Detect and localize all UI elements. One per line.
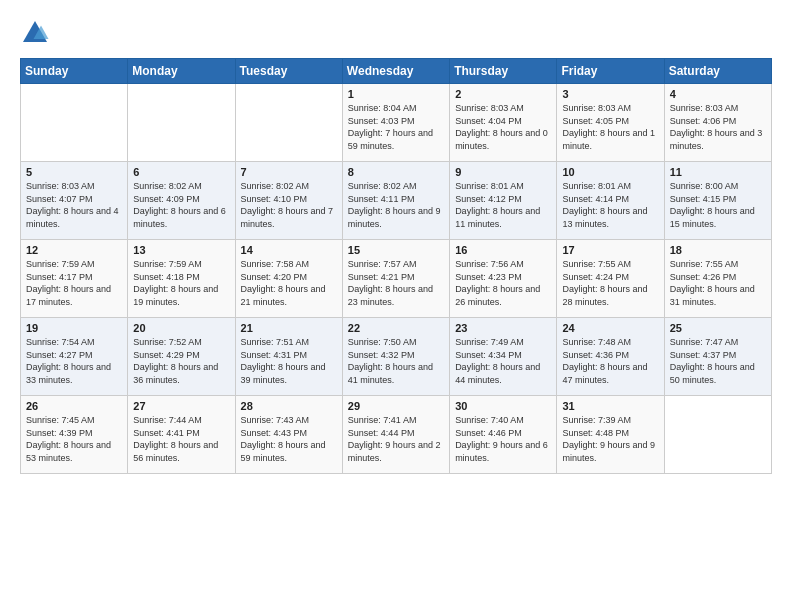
day-cell: 10Sunrise: 8:01 AMSunset: 4:14 PMDayligh…	[557, 162, 664, 240]
day-cell: 12Sunrise: 7:59 AMSunset: 4:17 PMDayligh…	[21, 240, 128, 318]
day-info: Sunrise: 7:51 AMSunset: 4:31 PMDaylight:…	[241, 336, 337, 386]
day-cell	[21, 84, 128, 162]
day-number: 12	[26, 244, 122, 256]
day-number: 1	[348, 88, 444, 100]
day-cell: 24Sunrise: 7:48 AMSunset: 4:36 PMDayligh…	[557, 318, 664, 396]
day-number: 13	[133, 244, 229, 256]
week-row-1: 1Sunrise: 8:04 AMSunset: 4:03 PMDaylight…	[21, 84, 772, 162]
column-header-tuesday: Tuesday	[235, 59, 342, 84]
day-info: Sunrise: 8:01 AMSunset: 4:12 PMDaylight:…	[455, 180, 551, 230]
column-header-friday: Friday	[557, 59, 664, 84]
week-row-4: 19Sunrise: 7:54 AMSunset: 4:27 PMDayligh…	[21, 318, 772, 396]
day-cell: 29Sunrise: 7:41 AMSunset: 4:44 PMDayligh…	[342, 396, 449, 474]
column-header-monday: Monday	[128, 59, 235, 84]
day-cell: 30Sunrise: 7:40 AMSunset: 4:46 PMDayligh…	[450, 396, 557, 474]
day-number: 8	[348, 166, 444, 178]
day-info: Sunrise: 7:52 AMSunset: 4:29 PMDaylight:…	[133, 336, 229, 386]
day-cell: 20Sunrise: 7:52 AMSunset: 4:29 PMDayligh…	[128, 318, 235, 396]
week-row-3: 12Sunrise: 7:59 AMSunset: 4:17 PMDayligh…	[21, 240, 772, 318]
day-info: Sunrise: 7:59 AMSunset: 4:17 PMDaylight:…	[26, 258, 122, 308]
day-cell: 31Sunrise: 7:39 AMSunset: 4:48 PMDayligh…	[557, 396, 664, 474]
day-info: Sunrise: 8:00 AMSunset: 4:15 PMDaylight:…	[670, 180, 766, 230]
day-cell: 15Sunrise: 7:57 AMSunset: 4:21 PMDayligh…	[342, 240, 449, 318]
day-cell: 11Sunrise: 8:00 AMSunset: 4:15 PMDayligh…	[664, 162, 771, 240]
week-row-2: 5Sunrise: 8:03 AMSunset: 4:07 PMDaylight…	[21, 162, 772, 240]
day-number: 17	[562, 244, 658, 256]
calendar-page: SundayMondayTuesdayWednesdayThursdayFrid…	[0, 0, 792, 612]
day-number: 30	[455, 400, 551, 412]
day-info: Sunrise: 7:58 AMSunset: 4:20 PMDaylight:…	[241, 258, 337, 308]
day-cell: 22Sunrise: 7:50 AMSunset: 4:32 PMDayligh…	[342, 318, 449, 396]
header-row: SundayMondayTuesdayWednesdayThursdayFrid…	[21, 59, 772, 84]
day-number: 27	[133, 400, 229, 412]
day-cell: 21Sunrise: 7:51 AMSunset: 4:31 PMDayligh…	[235, 318, 342, 396]
day-number: 9	[455, 166, 551, 178]
column-header-sunday: Sunday	[21, 59, 128, 84]
column-header-wednesday: Wednesday	[342, 59, 449, 84]
day-info: Sunrise: 8:02 AMSunset: 4:11 PMDaylight:…	[348, 180, 444, 230]
day-number: 31	[562, 400, 658, 412]
day-cell: 3Sunrise: 8:03 AMSunset: 4:05 PMDaylight…	[557, 84, 664, 162]
day-info: Sunrise: 7:48 AMSunset: 4:36 PMDaylight:…	[562, 336, 658, 386]
column-header-thursday: Thursday	[450, 59, 557, 84]
day-cell: 9Sunrise: 8:01 AMSunset: 4:12 PMDaylight…	[450, 162, 557, 240]
day-number: 5	[26, 166, 122, 178]
day-cell: 1Sunrise: 8:04 AMSunset: 4:03 PMDaylight…	[342, 84, 449, 162]
day-info: Sunrise: 8:03 AMSunset: 4:06 PMDaylight:…	[670, 102, 766, 152]
day-number: 23	[455, 322, 551, 334]
day-cell: 4Sunrise: 8:03 AMSunset: 4:06 PMDaylight…	[664, 84, 771, 162]
day-cell: 8Sunrise: 8:02 AMSunset: 4:11 PMDaylight…	[342, 162, 449, 240]
day-info: Sunrise: 8:03 AMSunset: 4:05 PMDaylight:…	[562, 102, 658, 152]
day-number: 22	[348, 322, 444, 334]
day-info: Sunrise: 7:54 AMSunset: 4:27 PMDaylight:…	[26, 336, 122, 386]
day-info: Sunrise: 8:03 AMSunset: 4:07 PMDaylight:…	[26, 180, 122, 230]
day-info: Sunrise: 7:41 AMSunset: 4:44 PMDaylight:…	[348, 414, 444, 464]
day-cell: 23Sunrise: 7:49 AMSunset: 4:34 PMDayligh…	[450, 318, 557, 396]
day-info: Sunrise: 8:03 AMSunset: 4:04 PMDaylight:…	[455, 102, 551, 152]
header	[20, 18, 772, 48]
day-number: 16	[455, 244, 551, 256]
day-cell: 17Sunrise: 7:55 AMSunset: 4:24 PMDayligh…	[557, 240, 664, 318]
day-cell: 5Sunrise: 8:03 AMSunset: 4:07 PMDaylight…	[21, 162, 128, 240]
day-cell: 18Sunrise: 7:55 AMSunset: 4:26 PMDayligh…	[664, 240, 771, 318]
day-info: Sunrise: 7:59 AMSunset: 4:18 PMDaylight:…	[133, 258, 229, 308]
logo-icon	[20, 18, 50, 48]
day-info: Sunrise: 7:55 AMSunset: 4:24 PMDaylight:…	[562, 258, 658, 308]
day-cell: 26Sunrise: 7:45 AMSunset: 4:39 PMDayligh…	[21, 396, 128, 474]
day-number: 2	[455, 88, 551, 100]
day-info: Sunrise: 8:04 AMSunset: 4:03 PMDaylight:…	[348, 102, 444, 152]
day-info: Sunrise: 7:45 AMSunset: 4:39 PMDaylight:…	[26, 414, 122, 464]
day-number: 4	[670, 88, 766, 100]
day-cell	[235, 84, 342, 162]
calendar-table: SundayMondayTuesdayWednesdayThursdayFrid…	[20, 58, 772, 474]
day-number: 10	[562, 166, 658, 178]
day-number: 28	[241, 400, 337, 412]
day-number: 7	[241, 166, 337, 178]
day-number: 18	[670, 244, 766, 256]
day-cell	[128, 84, 235, 162]
day-cell: 13Sunrise: 7:59 AMSunset: 4:18 PMDayligh…	[128, 240, 235, 318]
day-info: Sunrise: 7:39 AMSunset: 4:48 PMDaylight:…	[562, 414, 658, 464]
day-info: Sunrise: 8:02 AMSunset: 4:10 PMDaylight:…	[241, 180, 337, 230]
column-header-saturday: Saturday	[664, 59, 771, 84]
day-number: 25	[670, 322, 766, 334]
day-number: 15	[348, 244, 444, 256]
day-number: 3	[562, 88, 658, 100]
day-info: Sunrise: 7:55 AMSunset: 4:26 PMDaylight:…	[670, 258, 766, 308]
day-info: Sunrise: 7:56 AMSunset: 4:23 PMDaylight:…	[455, 258, 551, 308]
day-number: 20	[133, 322, 229, 334]
day-cell: 28Sunrise: 7:43 AMSunset: 4:43 PMDayligh…	[235, 396, 342, 474]
day-info: Sunrise: 7:57 AMSunset: 4:21 PMDaylight:…	[348, 258, 444, 308]
day-number: 19	[26, 322, 122, 334]
day-cell: 2Sunrise: 8:03 AMSunset: 4:04 PMDaylight…	[450, 84, 557, 162]
day-cell: 7Sunrise: 8:02 AMSunset: 4:10 PMDaylight…	[235, 162, 342, 240]
day-cell: 16Sunrise: 7:56 AMSunset: 4:23 PMDayligh…	[450, 240, 557, 318]
day-number: 24	[562, 322, 658, 334]
day-info: Sunrise: 8:01 AMSunset: 4:14 PMDaylight:…	[562, 180, 658, 230]
day-info: Sunrise: 7:43 AMSunset: 4:43 PMDaylight:…	[241, 414, 337, 464]
day-number: 29	[348, 400, 444, 412]
day-cell: 14Sunrise: 7:58 AMSunset: 4:20 PMDayligh…	[235, 240, 342, 318]
day-info: Sunrise: 7:49 AMSunset: 4:34 PMDaylight:…	[455, 336, 551, 386]
day-info: Sunrise: 7:50 AMSunset: 4:32 PMDaylight:…	[348, 336, 444, 386]
day-number: 26	[26, 400, 122, 412]
